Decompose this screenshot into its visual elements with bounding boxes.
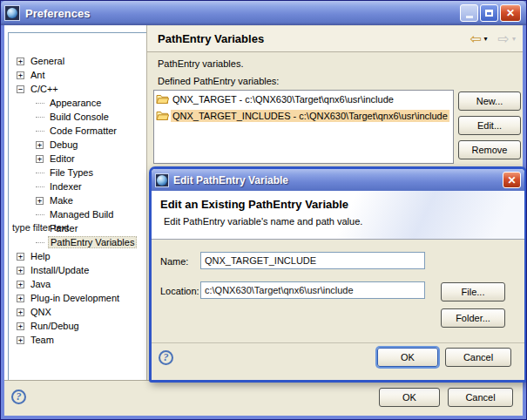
tree-item-java[interactable]: +Java xyxy=(8,277,144,291)
tree-item-label: Team xyxy=(29,335,56,345)
tree-item-debug[interactable]: +Debug xyxy=(8,138,144,152)
variable-row[interactable]: QNX_TARGET - c:\QNX630\Target\qnx6\usr\i… xyxy=(154,91,453,107)
tree-item-install-update[interactable]: +Install/Update xyxy=(8,263,144,277)
edit-pathentry-variable-dialog: Edit PathEntry Variable ✕ Edit an Existi… xyxy=(149,166,527,383)
variable-label: QNX_TARGET_INCLUDES - c:\QNX630\Target\q… xyxy=(171,110,449,122)
location-field[interactable] xyxy=(200,281,425,299)
window-controls: ✕ xyxy=(458,4,521,22)
tree-item-label: General xyxy=(29,56,66,66)
variables-list-label: Defined PathEntry variables: xyxy=(158,76,279,86)
minimize-button[interactable] xyxy=(460,4,478,22)
tree-item-ant[interactable]: +Ant xyxy=(8,68,144,82)
expand-icon[interactable]: + xyxy=(17,253,24,261)
dialog-cancel-button[interactable]: Cancel xyxy=(445,348,511,367)
expand-icon[interactable]: + xyxy=(17,295,24,302)
back-dropdown-icon[interactable]: ▾ xyxy=(484,35,488,43)
maximize-button[interactable] xyxy=(480,4,498,22)
tree-connector xyxy=(36,131,44,132)
minimize-icon xyxy=(466,16,473,18)
file-button[interactable]: File... xyxy=(441,282,505,301)
tree-item-label: Help xyxy=(29,251,52,261)
tree-item-label: Build Console xyxy=(48,112,111,122)
page-description: PathEntry variables. xyxy=(158,58,243,69)
variable-row[interactable]: QNX_TARGET_INCLUDES - c:\QNX630\Target\q… xyxy=(154,107,453,124)
dialog-heading: Edit an Existing PathEntry Variable xyxy=(152,191,524,211)
dialog-subheading: Edit PathEntry variable's name and path … xyxy=(152,211,524,227)
tree-connector xyxy=(36,103,44,104)
edit-button[interactable]: Edit... xyxy=(458,116,521,135)
expand-icon[interactable]: + xyxy=(17,336,24,344)
tree-item-plug-in-development[interactable]: +Plug-in Development xyxy=(8,291,144,305)
tree-item-help[interactable]: +Help xyxy=(8,249,144,263)
tree-item-managed-build[interactable]: Managed Build xyxy=(8,207,144,221)
tree-item-label: Java xyxy=(29,279,52,289)
tree-connector xyxy=(36,173,44,173)
back-icon[interactable]: ⇦ xyxy=(470,32,481,46)
new-button[interactable]: New... xyxy=(458,91,521,111)
dialog-help-icon[interactable]: ? xyxy=(159,350,173,365)
tree-connector xyxy=(36,242,44,243)
tree-item-label: Run/Debug xyxy=(29,321,81,331)
expand-icon[interactable]: + xyxy=(36,155,44,163)
tree-item-label: PathEntry Variables xyxy=(48,236,137,248)
tree-item-parser[interactable]: Parser xyxy=(8,221,144,235)
dialog-title: Edit PathEntry Variable xyxy=(173,174,288,186)
tree-item-editor[interactable]: +Editor xyxy=(8,152,144,166)
tree-item-c-c[interactable]: −C/C++ xyxy=(8,82,144,96)
tree-item-label: Code Formatter xyxy=(48,125,118,136)
tree-item-label: Indexer xyxy=(48,181,84,192)
tree-item-appearance[interactable]: Appearance xyxy=(8,96,144,110)
tree-item-label: Appearance xyxy=(48,98,103,108)
tree-item-label: Managed Build xyxy=(48,209,115,220)
close-button[interactable]: ✕ xyxy=(500,4,521,22)
expand-icon[interactable]: + xyxy=(17,58,24,65)
expand-icon[interactable]: + xyxy=(17,281,24,288)
app-icon xyxy=(4,5,20,21)
tree-item-qnx[interactable]: +QNX xyxy=(8,305,144,319)
tree-item-label: File Types xyxy=(48,167,95,178)
page-title: PathEntry Variables xyxy=(158,32,264,45)
preferences-tree: +General+Ant−C/C++AppearanceBuild Consol… xyxy=(8,54,144,347)
dialog-title-bar[interactable]: Edit PathEntry Variable ✕ xyxy=(152,169,524,191)
tree-item-label: Debug xyxy=(48,139,79,150)
expand-icon[interactable]: + xyxy=(36,197,44,205)
name-field[interactable] xyxy=(200,252,425,269)
title-bar[interactable]: Preferences ✕ xyxy=(1,1,526,25)
expand-icon[interactable]: + xyxy=(36,141,44,149)
tree-item-label: Editor xyxy=(48,153,77,164)
globe-icon xyxy=(7,8,17,18)
expand-icon[interactable]: + xyxy=(17,71,24,79)
tree-item-pathentry-variables[interactable]: PathEntry Variables xyxy=(8,235,144,249)
dialog-body: Name: Location: File... Folder... ? OK C… xyxy=(152,240,524,380)
ok-button[interactable]: OK xyxy=(379,388,440,407)
tree-item-file-types[interactable]: File Types xyxy=(8,166,144,180)
tree-connector xyxy=(36,228,44,229)
open-folder-icon xyxy=(156,93,169,105)
remove-button[interactable]: Remove xyxy=(458,140,521,159)
expand-icon[interactable]: + xyxy=(17,267,24,274)
tree-item-indexer[interactable]: Indexer xyxy=(8,180,144,193)
tree-item-label: Make xyxy=(48,195,75,206)
tree-item-make[interactable]: +Make xyxy=(8,193,144,207)
help-icon[interactable]: ? xyxy=(11,390,26,404)
tree-item-build-console[interactable]: Build Console xyxy=(8,110,144,124)
list-actions: New... Edit... Remove xyxy=(458,91,521,165)
close-icon: ✕ xyxy=(507,174,516,186)
variable-label: QNX_TARGET - c:\QNX630\Target\qnx6\usr\i… xyxy=(171,93,395,105)
tree-item-code-formatter[interactable]: Code Formatter xyxy=(8,124,144,138)
name-label: Name: xyxy=(160,256,188,267)
dialog-ok-button[interactable]: OK xyxy=(377,348,438,367)
variables-list[interactable]: QNX_TARGET - c:\QNX630\Target\qnx6\usr\i… xyxy=(153,90,454,164)
dialog-separator xyxy=(152,342,524,343)
cancel-button[interactable]: Cancel xyxy=(448,388,513,407)
collapse-icon[interactable]: − xyxy=(17,85,24,93)
expand-icon[interactable]: + xyxy=(17,308,24,316)
forward-dropdown-icon: ▾ xyxy=(512,35,516,43)
tree-item-team[interactable]: +Team xyxy=(8,333,144,347)
folder-button[interactable]: Folder... xyxy=(441,308,505,328)
expand-icon[interactable]: + xyxy=(17,322,24,330)
tree-item-label: C/C++ xyxy=(29,84,60,94)
tree-item-general[interactable]: +General xyxy=(8,54,144,68)
dialog-close-button[interactable]: ✕ xyxy=(503,172,521,188)
tree-item-run-debug[interactable]: +Run/Debug xyxy=(8,319,144,333)
